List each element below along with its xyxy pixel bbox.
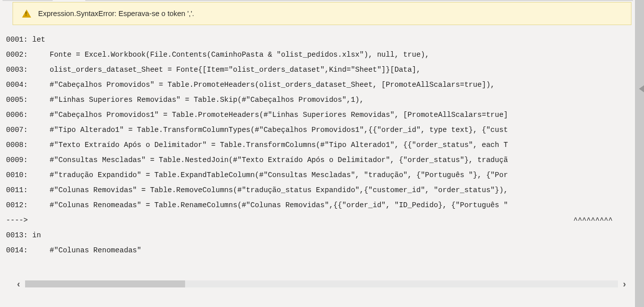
code-line: 0002: Fonte = Excel.Workbook(File.Conten… — [6, 47, 644, 62]
scroll-left-arrow-icon[interactable]: ‹ — [14, 279, 23, 288]
top-divider — [85, 0, 633, 1]
code-line: 0008: #"Texto Extraído Após o Delimitado… — [6, 137, 644, 152]
code-line: 0011: #"Colunas Removidas" = Table.Remov… — [6, 183, 644, 198]
code-line: 0004: #"Cabeçalhos Promovidos" = Table.P… — [6, 77, 644, 92]
vertical-scrollbar[interactable] — [635, 0, 644, 307]
scroll-thumb[interactable] — [25, 280, 185, 287]
scroll-right-arrow-icon[interactable]: › — [620, 279, 629, 288]
code-line: 0003: olist_orders_dataset_Sheet = Fonte… — [6, 62, 644, 77]
scroll-marker-icon — [639, 85, 644, 92]
code-line: 0012: #"Colunas Renomeadas" = Table.Rena… — [6, 198, 644, 213]
error-message: Expression.SyntaxError: Esperava-se o to… — [38, 10, 194, 18]
code-line: 0005: #"Linhas Superiores Removidas" = T… — [6, 92, 644, 107]
code-line: 0007: #"Tipo Alterado1" = Table.Transfor… — [6, 122, 644, 137]
code-line: 0014: #"Colunas Renomeadas" — [6, 243, 644, 258]
code-line-error-pointer: ----> ^^^^^^^^^ — [6, 213, 644, 228]
code-line: 0006: #"Cabeçalhos Promovidos1" = Table.… — [6, 107, 644, 122]
horizontal-scrollbar[interactable]: ‹ › — [14, 279, 629, 289]
error-banner: Expression.SyntaxError: Esperava-se o to… — [13, 2, 631, 25]
code-line: 0010: #"tradução Expandido" = Table.Expa… — [6, 168, 644, 183]
code-line: 0001: let — [6, 32, 644, 47]
scroll-track[interactable] — [25, 280, 618, 287]
code-line: 0009: #"Consultas Mescladas" = Table.Nes… — [6, 152, 644, 168]
warning-icon — [22, 10, 31, 18]
code-editor[interactable]: 0001: let 0002: Fonte = Excel.Workbook(F… — [0, 29, 644, 258]
vertical-scroll-thumb[interactable] — [635, 0, 644, 307]
top-divider-left — [3, 0, 53, 1]
code-line: 0013: in — [6, 228, 644, 243]
